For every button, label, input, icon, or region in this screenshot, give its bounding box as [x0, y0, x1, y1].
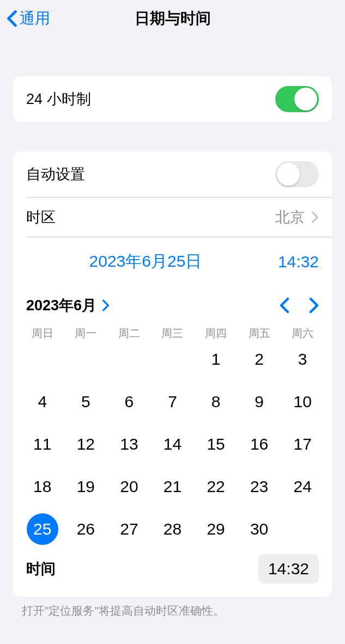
- day-cell[interactable]: 5: [64, 385, 108, 418]
- day-cell[interactable]: 10: [281, 385, 324, 418]
- section-24hour: 24 小时制: [13, 76, 332, 122]
- day-cell-empty: [21, 343, 64, 376]
- date-time-summary: 2023年6月25日 14:32: [13, 237, 332, 283]
- toggle-knob: [277, 163, 300, 186]
- day-cell-empty: [64, 343, 108, 376]
- section-datetime: 自动设置 时区 北京 2023年6月25日 14:32 2023年6月: [13, 151, 332, 597]
- day-cell[interactable]: 7: [151, 385, 195, 418]
- back-button[interactable]: 通用: [7, 8, 50, 29]
- day-cell[interactable]: 25: [21, 513, 64, 545]
- weekday-label: 周五: [238, 326, 281, 341]
- day-cell[interactable]: 2: [238, 343, 281, 376]
- toggle-auto-set[interactable]: [275, 161, 319, 187]
- day-cell[interactable]: 29: [194, 513, 238, 545]
- next-month-button[interactable]: [309, 297, 319, 314]
- row-timezone[interactable]: 时区 北京: [13, 198, 332, 237]
- day-cell[interactable]: 19: [64, 470, 108, 503]
- month-label: 2023年6月: [26, 296, 96, 315]
- weekday-label: 周二: [107, 326, 151, 341]
- day-cell-empty: [107, 343, 151, 376]
- day-cell[interactable]: 28: [151, 513, 195, 545]
- day-cell[interactable]: 24: [281, 470, 324, 503]
- row-24hour: 24 小时制: [13, 76, 332, 122]
- day-cell[interactable]: 15: [194, 428, 238, 461]
- value-timezone: 北京: [275, 207, 319, 227]
- time-row: 时间 14:32: [13, 550, 332, 597]
- month-selector[interactable]: 2023年6月: [26, 296, 110, 315]
- day-cell[interactable]: 21: [151, 470, 195, 503]
- day-cell[interactable]: 14: [151, 428, 195, 461]
- day-cell[interactable]: 22: [194, 470, 238, 503]
- day-cell[interactable]: 11: [21, 428, 64, 461]
- label-auto-set: 自动设置: [26, 164, 85, 184]
- chevron-right-icon: [102, 299, 110, 311]
- timezone-text: 北京: [275, 207, 305, 227]
- time-picker[interactable]: 14:32: [258, 554, 319, 584]
- weekday-row: 周日周一周二周三周四周五周六: [13, 322, 332, 343]
- day-cell[interactable]: 6: [107, 385, 151, 418]
- day-cell[interactable]: 17: [281, 428, 324, 461]
- calendar-header: 2023年6月: [13, 283, 332, 322]
- weekday-label: 周一: [64, 326, 108, 341]
- chevron-right-icon: [311, 211, 319, 223]
- weekday-label: 周四: [194, 326, 238, 341]
- chevron-left-icon: [7, 10, 17, 27]
- row-auto-set: 自动设置: [13, 151, 332, 197]
- header: 通用 日期与时间: [0, 0, 345, 37]
- day-cell[interactable]: 27: [107, 513, 151, 545]
- day-cell[interactable]: 16: [238, 428, 281, 461]
- day-cell[interactable]: 9: [238, 385, 281, 418]
- weekday-label: 周三: [151, 326, 195, 341]
- selected-time[interactable]: 14:32: [265, 253, 319, 271]
- day-cell[interactable]: 13: [107, 428, 151, 461]
- day-cell[interactable]: 23: [238, 470, 281, 503]
- time-row-label: 时间: [26, 559, 56, 579]
- prev-month-button[interactable]: [280, 297, 289, 314]
- day-cell[interactable]: 26: [64, 513, 108, 545]
- calendar-grid: 1234567891011121314151617181920212223242…: [13, 343, 332, 550]
- page-title: 日期与时间: [135, 8, 211, 29]
- day-cell[interactable]: 20: [107, 470, 151, 503]
- footer-text: 打开"定位服务"将提高自动时区准确性。: [0, 597, 345, 625]
- weekday-label: 周六: [281, 326, 324, 341]
- day-cell[interactable]: 3: [281, 343, 324, 376]
- label-timezone: 时区: [26, 207, 56, 227]
- day-cell[interactable]: 12: [64, 428, 108, 461]
- selected-date[interactable]: 2023年6月25日: [26, 250, 265, 273]
- back-label: 通用: [20, 8, 50, 29]
- day-cell[interactable]: 30: [238, 513, 281, 545]
- label-24hour: 24 小时制: [26, 89, 91, 109]
- day-cell[interactable]: 4: [21, 385, 64, 418]
- toggle-knob: [294, 88, 317, 111]
- toggle-24hour[interactable]: [275, 86, 319, 112]
- weekday-label: 周日: [21, 326, 64, 341]
- day-cell[interactable]: 1: [194, 343, 238, 376]
- day-cell[interactable]: 8: [194, 385, 238, 418]
- month-nav: [280, 297, 319, 314]
- day-cell-empty: [151, 343, 195, 376]
- day-cell[interactable]: 18: [21, 470, 64, 503]
